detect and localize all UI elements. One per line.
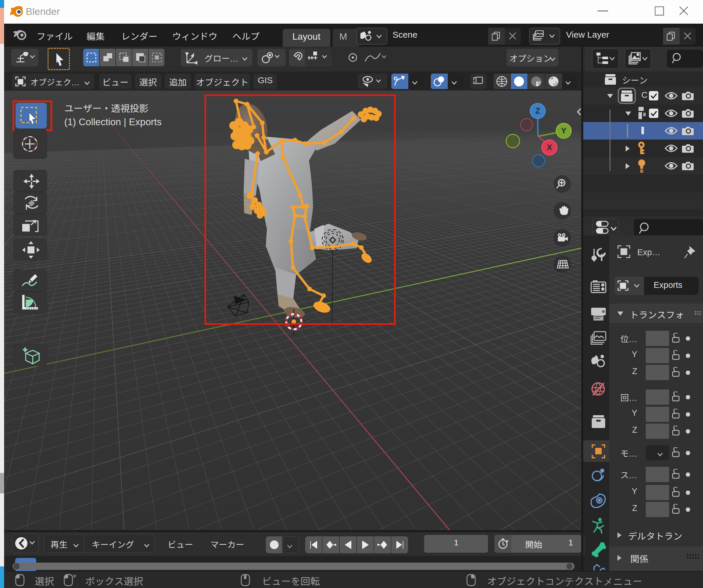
svg-text:Z: Z <box>535 106 540 115</box>
svg-text:Y: Y <box>561 127 566 135</box>
svg-text:X: X <box>547 143 552 152</box>
